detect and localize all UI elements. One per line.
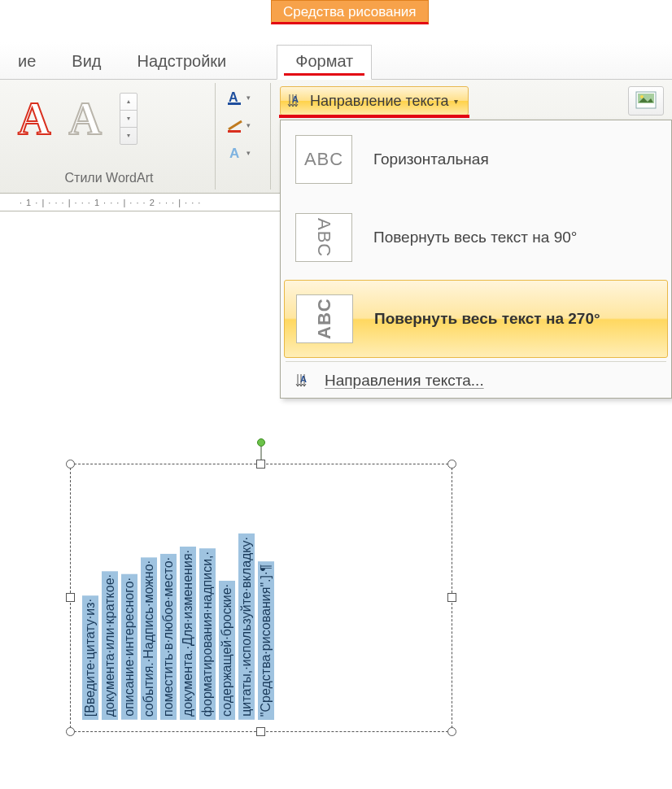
dd-item-label: Направления текста... [325, 372, 484, 390]
selection-handle[interactable] [66, 727, 75, 736]
svg-text:A: A [229, 90, 238, 104]
orientation-horizontal-icon: ABC [295, 135, 352, 184]
selection-handle[interactable] [66, 460, 75, 469]
dd-item-label: Повернуть весь текст на 90° [373, 229, 577, 246]
group-label-wordart: Стили WordArt [5, 171, 213, 185]
orientation-90-icon: ABC [295, 213, 352, 262]
selection-handle[interactable] [447, 727, 456, 736]
group-divider [215, 83, 216, 190]
highlight-underline-icon [279, 115, 469, 118]
wordart-gallery[interactable]: A A ▴ ▾ ▾ [5, 85, 213, 145]
text-direction-dropdown: ABC Горизонтальная ABC Повернуть весь те… [280, 120, 672, 399]
contextual-tab-bar: Средства рисования [0, 0, 672, 42]
group-divider [270, 83, 271, 190]
text-effects-button[interactable]: A ▾ [223, 142, 257, 164]
tab-format[interactable]: Формат [277, 45, 372, 80]
text-fill-button[interactable]: A ▾ [223, 86, 257, 109]
tab-view[interactable]: Вид [54, 46, 119, 79]
textbox-line: [Введите·цитату·из· [82, 595, 98, 720]
selection-handle[interactable] [256, 460, 265, 469]
svg-rect-1 [228, 102, 241, 105]
picture-icon [635, 91, 657, 111]
text-outline-icon [227, 117, 245, 133]
contextual-tab-title: Средства рисования [271, 0, 429, 24]
text-direction-icon: A [295, 372, 313, 390]
textbox-line: цитаты,·используйте·вкладку· [238, 534, 255, 720]
dd-item-more-directions[interactable]: A Направления текста... [281, 364, 671, 398]
textbox-line: форматирования·надписи,· [199, 548, 216, 720]
dd-item-label: Горизонтальная [373, 150, 489, 168]
gallery-spinner[interactable]: ▴ ▾ ▾ [120, 93, 137, 145]
chevron-down-icon[interactable]: ▾ [120, 111, 137, 128]
chevron-down-icon: ▾ [247, 121, 251, 129]
text-direction-icon: A [287, 92, 305, 110]
chevron-down-icon: ▾ [247, 149, 251, 157]
highlight-underline-icon [284, 73, 364, 76]
text-effects-stack: A ▾ ▾ A ▾ [223, 86, 257, 164]
tab-addins[interactable]: Надстройки [119, 46, 244, 79]
chevron-down-icon: ▾ [454, 97, 458, 106]
textbox-line: содержащей·броские· [219, 581, 235, 720]
dd-item-rotate-270[interactable]: ABC Повернуть весь текст на 270° [284, 280, 668, 358]
group-wordart-styles: A A ▴ ▾ ▾ Стили WordArt [5, 85, 213, 187]
orientation-270-icon: ABC [296, 294, 353, 343]
textbox-content[interactable]: [Введите·цитату·из·документа·или·краткое… [82, 476, 440, 720]
menu-separator [286, 361, 666, 362]
wordart-style-preview-icon[interactable]: A [18, 96, 50, 142]
selection-handle[interactable] [447, 460, 456, 469]
dd-item-label: Повернуть весь текст на 270° [374, 310, 600, 328]
svg-rect-2 [228, 130, 241, 133]
picture-button[interactable] [628, 86, 664, 116]
text-direction-button[interactable]: A Направление текста ▾ [280, 86, 469, 116]
svg-point-7 [640, 95, 644, 98]
text-effects-icon: A [227, 144, 245, 162]
selection-handle[interactable] [447, 593, 456, 602]
text-fill-icon: A [227, 89, 245, 106]
textbox-line: документа·или·краткое· [102, 571, 118, 720]
dd-item-horizontal[interactable]: ABC Горизонтальная [281, 120, 671, 198]
textbox-line: документа.·Для·изменения· [180, 547, 196, 720]
tab-partial[interactable]: ие [0, 46, 54, 79]
textbox-line: события.·Надпись·можно· [141, 557, 157, 720]
rotation-handle[interactable] [257, 438, 265, 447]
textbox-line: поместить·в·любое·место· [160, 554, 177, 720]
selection-handle[interactable] [256, 727, 265, 736]
wordart-style-preview-icon[interactable]: A [68, 96, 101, 142]
dd-item-rotate-90[interactable]: ABC Повернуть весь текст на 90° [281, 198, 671, 277]
gallery-more-icon[interactable]: ▾ [120, 128, 137, 144]
chevron-down-icon: ▾ [247, 94, 251, 102]
tab-format-label: Формат [295, 52, 353, 70]
textbox-line: "Средства·рисования".]·¶ [258, 561, 274, 720]
text-outline-button[interactable]: ▾ [223, 114, 257, 137]
chevron-up-icon[interactable]: ▴ [120, 94, 137, 111]
selected-textbox[interactable]: [Введите·цитату·из·документа·или·краткое… [70, 464, 452, 732]
text-direction-label: Направление текста [310, 93, 449, 110]
selection-handle[interactable] [66, 593, 75, 602]
ribbon: A A ▴ ▾ ▾ Стили WordArt A ▾ ▾ A ▾ [0, 80, 672, 194]
textbox-line: описание·интересного· [121, 574, 137, 720]
svg-text:A: A [229, 146, 239, 161]
ribbon-tab-row: ие Вид Надстройки Формат [0, 42, 672, 80]
